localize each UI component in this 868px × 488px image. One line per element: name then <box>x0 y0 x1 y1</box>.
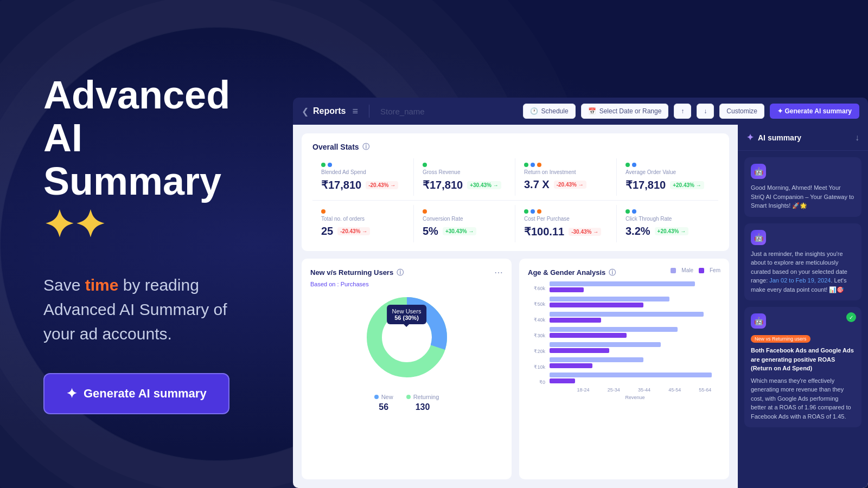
age-bars <box>550 281 720 384</box>
header-divider <box>369 105 369 118</box>
legend-returning: Returning 130 <box>406 394 439 412</box>
ai-message-body-3: Which means they're effectively generati… <box>751 376 855 421</box>
ai-message-1: 🤖 Good Morning, Ahmed! Meet Your StriQ A… <box>744 157 861 217</box>
ai-messages: 🤖 Good Morning, Ahmed! Meet Your StriQ A… <box>738 151 868 488</box>
stat-ctr: Click Through Rate 3.2% +20.43% → <box>617 205 718 242</box>
bar-female-0 <box>550 378 575 383</box>
generate-ai-summary-button[interactable]: ✦ Generate AI summary <box>43 373 229 414</box>
new-vs-returning-card: New v/s Returning Users ⓘ ⋯ Based on : P… <box>302 259 512 479</box>
ag-info-icon: ⓘ <box>609 268 616 278</box>
bar-female-20k <box>550 348 609 353</box>
export-up-button[interactable]: ↑ <box>674 104 691 119</box>
age-bar-0 <box>550 372 720 384</box>
donut-chart: New Users 56 (30%) <box>363 294 450 381</box>
stats-info-icon: ⓘ <box>362 142 369 152</box>
age-bar-30k <box>550 326 720 338</box>
donut-chart-container: New Users 56 (30%) <box>310 294 503 412</box>
reports-nav: ❮ Reports ≡ <box>302 106 358 117</box>
stat-blended-ad-spend: Blended Ad Spend ₹17,810 -20.43% → <box>312 158 414 196</box>
bar-male-0 <box>550 373 712 377</box>
back-arrow-icon[interactable]: ❮ <box>302 106 309 117</box>
dashboard-main: Overall Stats ⓘ Blended Ad Spend ₹17,810… <box>293 125 738 488</box>
stat-gross-revenue: Gross Revenue ₹17,810 +30.43% → <box>414 158 515 196</box>
schedule-button[interactable]: 🕐 Schedule <box>523 104 576 119</box>
stat-cost-per-purchase: Cost Per Purchase ₹100.11 -30.43% → <box>515 205 617 242</box>
ai-panel-title: ✦ AI summary <box>746 132 801 143</box>
bar-female-10k <box>550 363 592 368</box>
age-bars-container: 18-24 25-34 35-44 45-54 55-64 Revenue <box>550 281 720 400</box>
y-axis-labels: ₹60k ₹50k ₹40k ₹30k ₹20k ₹10k ₹0 <box>528 281 545 400</box>
title-stars: ✦✦ <box>43 204 105 245</box>
title-line2: Summary✦✦ <box>43 160 260 246</box>
ai-message-text-2: Just a reminder, the insights you're abo… <box>751 249 855 294</box>
age-bar-20k <box>550 342 720 354</box>
hamburger-icon[interactable]: ≡ <box>352 106 358 117</box>
age-bar-40k <box>550 311 720 323</box>
generate-ai-header-button[interactable]: ✦ Generate AI summary <box>770 104 859 119</box>
nvr-menu-icon[interactable]: ⋯ <box>494 267 503 278</box>
stat-aov: Average Order Value ₹17,810 +20.43% → <box>617 158 718 196</box>
ai-message-title-3: Both Facebook Ads and Google Ads are gen… <box>751 346 855 373</box>
bar-male-10k <box>550 357 643 362</box>
legend-new: New 56 <box>374 394 393 412</box>
age-gender-title-row: Age & Gender Analysis ⓘ Male Fem <box>528 267 720 278</box>
message-check-icon: ✓ <box>846 312 856 322</box>
dashboard-panel: ❮ Reports ≡ Store_name 🕐 Schedule 📅 Sele… <box>293 98 868 488</box>
age-bar-60k <box>550 281 720 293</box>
hero-subtitle: Save time by reading Advanced AI Summary… <box>43 273 260 346</box>
stats-card-title: Overall Stats ⓘ <box>312 142 718 152</box>
hero-panel: Advanced AI Summary✦✦ Save time by readi… <box>0 0 304 488</box>
ai-summary-panel: ✦ AI summary ↓ 🤖 Good Morning, Ahmed! Me… <box>738 125 868 488</box>
ai-panel-header: ✦ AI summary ↓ <box>738 125 868 151</box>
age-gender-legend: Male Fem <box>671 267 720 273</box>
x-axis-title: Revenue <box>550 395 720 400</box>
clock-icon: 🕐 <box>530 107 538 115</box>
reports-header: ❮ Reports ≡ Store_name 🕐 Schedule 📅 Sele… <box>293 98 868 125</box>
charts-row: New v/s Returning Users ⓘ ⋯ Based on : P… <box>302 259 729 479</box>
overall-stats-card: Overall Stats ⓘ Blended Ad Spend ₹17,810… <box>302 133 729 251</box>
donut-tooltip: New Users 56 (30%) <box>387 305 427 324</box>
bar-male-40k <box>550 312 704 317</box>
age-gender-card: Age & Gender Analysis ⓘ Male Fem ₹60k <box>519 259 729 479</box>
ai-avatar-3: 🤖 <box>751 313 766 329</box>
new-vs-returning-title-row: New v/s Returning Users ⓘ ⋯ <box>310 267 503 278</box>
nvr-info-icon: ⓘ <box>397 268 404 278</box>
date-range-button[interactable]: 📅 Select Date or Range <box>581 104 669 119</box>
nvr-subtitle: Based on : Purchases <box>310 281 503 287</box>
ai-avatar-2: 🤖 <box>751 230 766 245</box>
bar-male-50k <box>550 297 669 301</box>
ai-message-3: ✓ 🤖 New vs Returning users Both Facebook… <box>744 307 861 427</box>
message-tag: New vs Returning users <box>751 333 855 346</box>
ai-avatar-1: 🤖 <box>751 164 766 179</box>
export-down-icon: ↓ <box>704 107 707 115</box>
customize-button[interactable]: Customize <box>719 104 764 119</box>
ai-star-icon: ✦ <box>746 132 754 143</box>
bar-female-40k <box>550 318 601 323</box>
calendar-icon: 📅 <box>588 107 596 115</box>
reports-label: Reports <box>313 106 346 116</box>
donut-legend: New 56 Returning 130 <box>374 394 439 412</box>
age-gender-chart-area: ₹60k ₹50k ₹40k ₹30k ₹20k ₹10k ₹0 <box>528 281 720 400</box>
dashboard-body: Overall Stats ⓘ Blended Ad Spend ₹17,810… <box>293 125 868 488</box>
ai-download-icon[interactable]: ↓ <box>855 133 859 143</box>
bar-male-30k <box>550 327 678 332</box>
bar-female-50k <box>550 303 643 307</box>
export-down-button[interactable]: ↓ <box>697 104 714 119</box>
stat-conversion: Conversion Rate 5% +30.43% → <box>414 205 515 242</box>
stats-grid-row1: Blended Ad Spend ₹17,810 -20.43% → Gross… <box>312 158 718 196</box>
stats-grid-row2: Total no. of orders 25 -20.43% → Convers… <box>312 200 718 242</box>
age-bar-50k <box>550 296 720 308</box>
export-up-icon: ↑ <box>681 107 684 115</box>
bar-male-60k <box>550 281 695 286</box>
bar-female-60k <box>550 287 584 292</box>
title-line1: Advanced AI <box>43 74 260 159</box>
header-actions: 🕐 Schedule 📅 Select Date or Range ↑ ↓ Cu… <box>523 104 859 119</box>
ai-message-2: 🤖 Just a reminder, the insights you're a… <box>744 223 861 301</box>
bar-male-20k <box>550 342 661 347</box>
stat-orders: Total no. of orders 25 -20.43% → <box>312 205 414 242</box>
x-axis-labels: 18-24 25-34 35-44 45-54 55-64 <box>550 387 720 393</box>
age-bar-10k <box>550 357 720 369</box>
bar-female-30k <box>550 333 627 338</box>
time-highlight: time <box>85 276 119 294</box>
stat-roi: Return on Investment 3.7 X -20.43% → <box>515 158 617 196</box>
